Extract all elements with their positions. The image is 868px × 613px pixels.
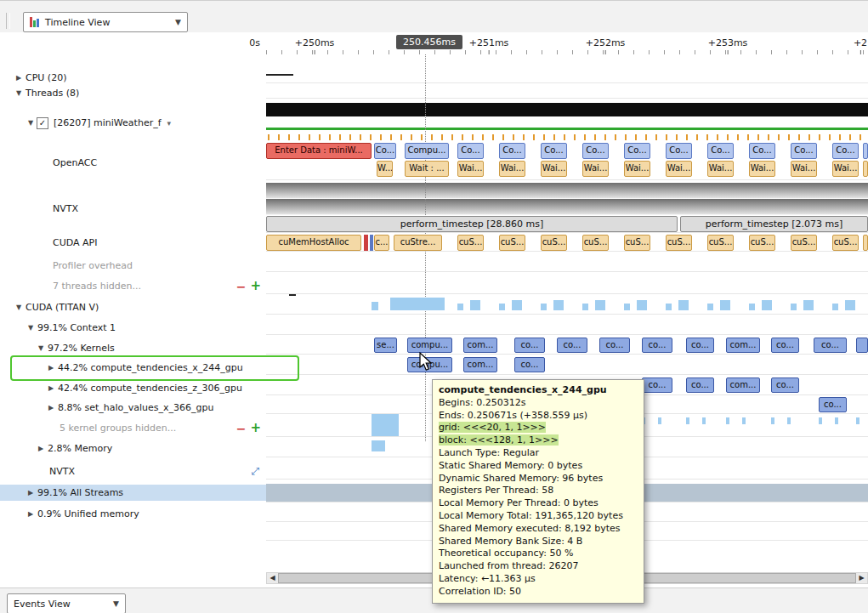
timeline-bar[interactable]: cuStre... [394, 235, 442, 251]
gpu-activity-bar[interactable] [595, 300, 605, 310]
gpu-activity-bar[interactable] [390, 298, 445, 310]
gpu-activity-bar[interactable] [582, 304, 588, 310]
sidebar-row[interactable]: ▶ 42.4% compute_tendencies_z_306_gpu [0, 380, 266, 396]
memory-transfer-bar[interactable] [372, 414, 399, 436]
kernel-bar[interactable]: co... [642, 377, 672, 393]
kernel-tick[interactable] [787, 417, 791, 424]
kernel-bar[interactable]: co... [771, 338, 799, 353]
tree-expander-icon[interactable]: ▶ [36, 445, 46, 452]
timeline-bar[interactable] [863, 143, 868, 159]
kernel-tick[interactable] [658, 417, 661, 424]
gpu-activity-bar[interactable] [637, 300, 647, 310]
gpu-activity-bar[interactable] [791, 304, 797, 310]
gpu-activity-bar[interactable] [541, 304, 547, 310]
thread-checkbox[interactable]: ✓ [37, 117, 48, 129]
sidebar-row[interactable]: ▼ ✓ [26207] miniWeather_f ▾ [0, 115, 266, 131]
kernel-bar[interactable]: com... [463, 357, 497, 372]
dropdown-caret-icon[interactable]: ▾ [167, 119, 172, 128]
gpu-activity-bar[interactable] [499, 304, 505, 310]
kernel-bar[interactable]: com... [463, 338, 497, 353]
sidebar-row[interactable]: ▶ 99.1% All Streams [0, 485, 266, 501]
timeline-bar[interactable]: cuS... [541, 235, 567, 251]
kernel-bar[interactable]: co... [599, 338, 630, 353]
timeline-bar[interactable]: W... [377, 161, 393, 177]
view-selector-dropdown[interactable]: Timeline View ▼ [23, 12, 188, 32]
timeline-bar[interactable]: cuS... [832, 235, 859, 251]
kernel-tick[interactable] [771, 417, 774, 424]
sidebar-row[interactable]: ▼ Threads (8) [0, 85, 266, 101]
timeline-bar[interactable]: Wai... [749, 161, 775, 177]
timeline-bar[interactable]: Co... [541, 143, 567, 159]
timeline-bar[interactable]: Wai... [541, 161, 567, 177]
timeline-bar[interactable]: cuS... [582, 235, 609, 251]
sidebar-row[interactable]: ▼ 97.2% Kernels [0, 340, 266, 356]
kernel-tick[interactable] [702, 417, 706, 424]
timeline-bar[interactable]: Wai... [457, 161, 484, 177]
kernel-bar[interactable]: co... [686, 377, 714, 393]
kernel-bar[interactable]: co... [771, 377, 799, 393]
timeline-bar[interactable]: Co... [499, 143, 525, 159]
timeline-bar[interactable]: Co... [624, 143, 650, 159]
kernel-bar[interactable]: co... [819, 397, 847, 412]
gpu-activity-bar[interactable] [470, 300, 480, 310]
timeline-bar[interactable]: Wai... [707, 161, 734, 177]
timeline-bar[interactable]: Co... [457, 143, 484, 159]
timeline-bar[interactable]: Wai... [499, 161, 525, 177]
timeline-bar[interactable] [863, 235, 868, 251]
tree-expander-icon[interactable]: ▶ [46, 384, 56, 392]
timeline-bar[interactable]: cuS... [457, 235, 484, 251]
timeline-bar[interactable]: cuS... [791, 235, 817, 251]
timeline-bar[interactable]: cuS... [666, 235, 692, 251]
sidebar-row[interactable]: ▶ 0.9% Unified memory [0, 506, 266, 522]
kernel-bar[interactable]: co... [514, 338, 545, 353]
show-rows-icon[interactable]: + [250, 280, 261, 292]
kernel-bar[interactable]: co... [557, 338, 587, 353]
sidebar-row[interactable]: NVTX [0, 201, 266, 217]
timeline-bar[interactable]: Enter Data : miniW... [266, 143, 372, 159]
sidebar-row[interactable]: 7 threads hidden... − + [0, 278, 266, 294]
sidebar-row[interactable]: ▶ CPU (20) [0, 70, 266, 86]
gpu-activity-bar[interactable] [707, 304, 713, 310]
time-ruler[interactable]: 0s +250ms +251ms +252ms +253ms +2 [0, 32, 868, 55]
kernel-bar[interactable]: co... [686, 338, 714, 353]
timeline-bar[interactable]: cuMemHostAlloc [266, 235, 361, 251]
kernel-tick[interactable] [819, 417, 822, 424]
kernel-tick[interactable] [835, 417, 838, 424]
kernel-bar[interactable]: co... [814, 338, 847, 353]
timeline-bar[interactable] [364, 235, 368, 251]
tree-expander-icon[interactable]: ▶ [46, 404, 56, 412]
sidebar-row[interactable]: ▼ 99.1% Context 1 [0, 320, 266, 336]
timeline-bar[interactable]: Co... [791, 143, 817, 159]
timeline-bar[interactable]: Wai... [791, 161, 817, 177]
kernel-bar[interactable]: co... [514, 357, 545, 372]
gpu-activity-bar[interactable] [666, 304, 672, 310]
gpu-activity-bar[interactable] [720, 300, 730, 310]
scroll-left-icon[interactable]: ◀ [267, 573, 278, 583]
sidebar-row[interactable]: ▶ 8.8% set_halo_values_x_366_gpu [0, 400, 266, 416]
gpu-activity-bar[interactable] [678, 300, 689, 310]
hide-rows-icon[interactable]: − [236, 281, 247, 292]
timeline-bar[interactable]: Wai... [666, 161, 692, 177]
sidebar-row[interactable]: 5 kernel groups hidden... − + [0, 420, 266, 436]
kernel-bar[interactable]: compu... [407, 338, 452, 353]
gpu-activity-bar[interactable] [845, 300, 855, 310]
scroll-right-icon[interactable]: ▶ [856, 573, 867, 583]
gpu-activity-bar[interactable] [749, 304, 755, 310]
timeline-bar[interactable]: Co... [374, 143, 396, 159]
kernel-tick[interactable] [686, 417, 689, 424]
tree-expander-icon[interactable]: ▶ [26, 510, 36, 518]
gpu-activity-bar[interactable] [624, 304, 630, 310]
nvtx-range-bar[interactable]: perform_timestep [2.073 ms] [680, 216, 868, 232]
timeline-bar[interactable]: Co... [749, 143, 775, 159]
kernel-tick[interactable] [742, 417, 746, 424]
gpu-activity-bar[interactable] [372, 302, 378, 310]
timeline-bar[interactable]: Compu... [405, 143, 449, 159]
memory-transfer-bar[interactable] [372, 440, 385, 451]
tree-expander-icon[interactable]: ▼ [26, 119, 36, 127]
gpu-activity-bar[interactable] [457, 304, 463, 310]
timeline-bar[interactable]: cuS... [749, 235, 775, 251]
gpu-activity-bar[interactable] [512, 300, 522, 310]
timeline-bar[interactable]: cuS... [499, 235, 525, 251]
timeline-bar[interactable]: Wai... [832, 161, 859, 177]
kernel-bar[interactable] [856, 338, 868, 353]
